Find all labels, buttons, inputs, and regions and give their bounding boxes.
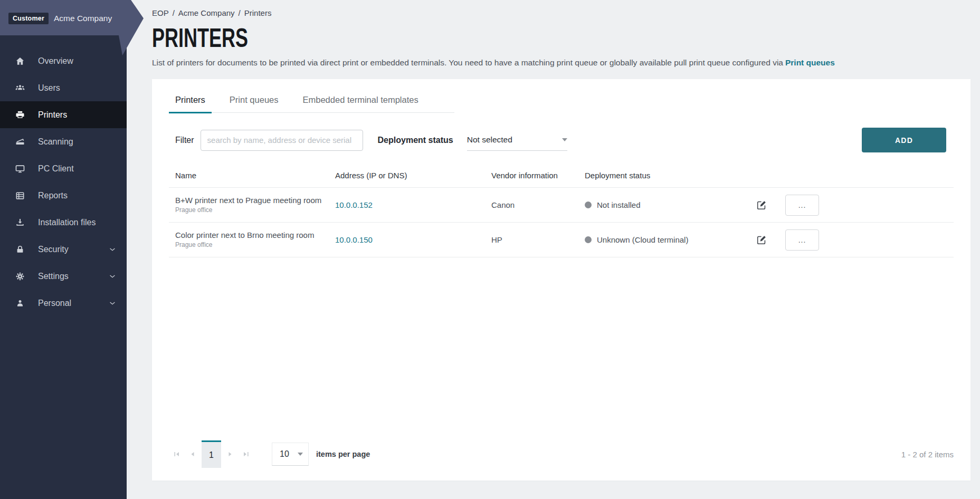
tab-embedded-terminal-templates[interactable]: Embedded terminal templates	[297, 91, 425, 113]
edit-button[interactable]	[756, 234, 768, 246]
table-row: Color printer next to Brno meeting room …	[169, 223, 954, 257]
scanner-icon	[15, 137, 25, 147]
edit-icon	[756, 234, 767, 246]
divider	[169, 257, 954, 257]
sidebar-item-settings[interactable]: Settings	[0, 263, 127, 290]
first-page-button[interactable]	[169, 440, 185, 468]
sidebar-item-personal[interactable]: Personal	[0, 290, 127, 316]
printer-address-link[interactable]: 10.0.0.152	[335, 200, 491, 209]
printer-name-cell: B+W printer next to Prague meeting room …	[169, 196, 335, 215]
row-menu-cell: ...	[780, 195, 954, 216]
add-button[interactable]: ADD	[862, 128, 946, 152]
deployment-status-label: Deployment status	[378, 136, 453, 145]
column-header-address: Address (IP or DNS)	[335, 171, 491, 180]
chevron-down-icon	[109, 246, 116, 253]
sidebar-item-installation-files[interactable]: Installation files	[0, 209, 127, 236]
row-menu-cell: ...	[780, 229, 954, 251]
previous-page-icon	[189, 450, 196, 458]
page-title: PRINTERS	[152, 25, 248, 51]
last-page-icon	[242, 450, 250, 458]
sidebar-item-label: PC Client	[38, 164, 74, 174]
pagination: 1 10 items per page 1 - 2 of 2 items	[169, 440, 954, 468]
main-content: EOP / Acme Company / Printers PRINTERS L…	[127, 0, 980, 499]
sidebar-item-users[interactable]: Users	[0, 74, 127, 101]
sidebar-item-label: Reports	[38, 191, 68, 200]
home-icon	[15, 56, 25, 66]
tab-print-queues[interactable]: Print queues	[223, 91, 285, 113]
page-number-button[interactable]: 1	[202, 440, 221, 468]
breadcrumb-separator: /	[239, 8, 241, 17]
sidebar-item-label: Security	[38, 245, 69, 254]
page-size-value: 10	[280, 449, 289, 459]
breadcrumb-item-printers: Printers	[244, 8, 272, 17]
row-menu-button[interactable]: ...	[785, 229, 819, 251]
table-header: Name Address (IP or DNS) Vendor informat…	[169, 163, 954, 187]
status-dot	[585, 236, 592, 243]
breadcrumb-item-eop[interactable]: EOP	[152, 8, 169, 17]
previous-page-button[interactable]	[185, 440, 201, 468]
print-queues-link[interactable]: Print queues	[785, 58, 835, 67]
sidebar-item-overview[interactable]: Overview	[0, 47, 127, 74]
printer-location: Prague office	[175, 206, 335, 214]
reports-icon	[15, 190, 25, 201]
row-menu-button[interactable]: ...	[785, 195, 819, 216]
gear-icon	[15, 271, 25, 282]
tab-printers[interactable]: Printers	[169, 91, 212, 113]
edit-icon	[756, 199, 767, 211]
caret-down-icon	[298, 453, 303, 456]
sidebar-item-label: Users	[38, 83, 60, 93]
chevron-down-icon	[109, 300, 116, 307]
status-text: Not installed	[597, 200, 641, 209]
customer-badge: Customer	[8, 13, 49, 24]
deployment-status-value: Not selected	[467, 135, 512, 145]
users-icon	[15, 83, 25, 93]
sidebar-item-scanning[interactable]: Scanning	[0, 128, 127, 155]
pagination-range: 1 - 2 of 2 items	[901, 450, 954, 459]
tab-strip: Printers Print queues Embedded terminal …	[169, 91, 454, 113]
company-name: Acme Company	[54, 14, 112, 23]
breadcrumb: EOP / Acme Company / Printers	[152, 8, 980, 17]
sidebar-item-security[interactable]: Security	[0, 236, 127, 263]
next-page-button[interactable]	[222, 440, 238, 468]
first-page-icon	[173, 450, 180, 458]
printer-name: Color printer next to Brno meeting room	[175, 231, 335, 241]
printer-name-cell: Color printer next to Brno meeting room …	[169, 231, 335, 250]
items-per-page-label: items per page	[316, 450, 370, 458]
printers-table: Name Address (IP or DNS) Vendor informat…	[169, 163, 954, 257]
deployment-status-cell: Not installed	[585, 200, 756, 209]
download-icon	[15, 217, 25, 228]
monitor-icon	[15, 164, 25, 174]
deployment-status-cell: Unknown (Cloud terminal)	[585, 235, 756, 244]
edit-button[interactable]	[756, 199, 768, 212]
column-header-deployment-status: Deployment status	[585, 171, 756, 180]
printer-icon	[15, 110, 25, 120]
sidebar-item-label: Overview	[38, 56, 73, 66]
sidebar-item-label: Scanning	[38, 137, 73, 147]
deployment-status-select[interactable]: Not selected	[467, 130, 567, 151]
table-row: B+W printer next to Prague meeting room …	[169, 188, 954, 222]
sidebar-item-printers[interactable]: Printers	[0, 101, 127, 128]
status-text: Unknown (Cloud terminal)	[597, 235, 688, 244]
sidebar-item-pc-client[interactable]: PC Client	[0, 155, 127, 182]
last-page-button[interactable]	[238, 440, 254, 468]
printer-address-link[interactable]: 10.0.0.150	[335, 235, 491, 244]
sidebar-nav: Overview Users	[0, 47, 127, 316]
printers-card: Printers Print queues Embedded terminal …	[152, 79, 971, 481]
breadcrumb-item-company[interactable]: Acme Company	[178, 8, 235, 17]
filter-row: Filter Deployment status Not selected AD…	[169, 128, 954, 152]
printer-vendor: Canon	[491, 200, 585, 209]
page-description-text: List of printers for documents to be pri…	[152, 58, 783, 67]
breadcrumb-separator: /	[173, 8, 175, 17]
filter-label: Filter	[175, 136, 194, 145]
page-size-select[interactable]: 10	[272, 443, 309, 466]
sidebar-item-reports[interactable]: Reports	[0, 182, 127, 209]
status-dot	[585, 201, 592, 208]
column-header-vendor: Vendor information	[491, 171, 585, 180]
caret-down-icon	[562, 138, 567, 141]
search-input[interactable]	[201, 130, 363, 151]
printer-location: Prague office	[175, 241, 335, 249]
sidebar: Overview Users	[0, 0, 127, 499]
person-icon	[15, 298, 25, 309]
next-page-icon	[226, 450, 234, 458]
sidebar-item-label: Personal	[38, 299, 71, 308]
